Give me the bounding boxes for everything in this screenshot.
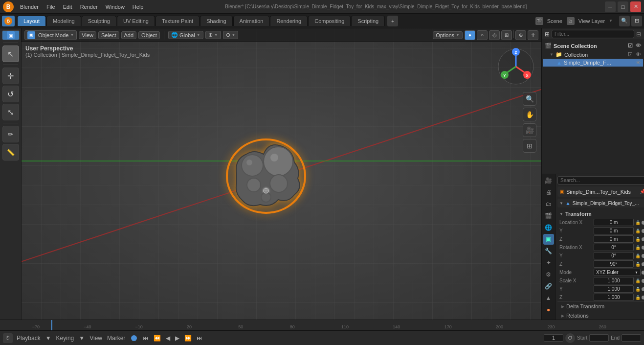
prop-world-icon[interactable]: 🌐	[543, 222, 554, 233]
mesh-name-field[interactable]: ▼ ▲ Simple_Dimple_Fidget_Toy_...	[557, 199, 644, 207]
3d-object-fidget-toy[interactable]	[222, 127, 310, 221]
camera-view-button[interactable]: 🎥	[523, 123, 536, 137]
scale-z-value[interactable]: 1.000	[594, 294, 634, 301]
playback-label[interactable]: Playback	[15, 334, 43, 342]
viewport[interactable]: ▣ Object Mode ▼ View Select Add Object 🌐…	[22, 28, 541, 320]
toolbar-scale-tool[interactable]: ⤡	[2, 104, 19, 120]
minimize-button[interactable]: ─	[605, 1, 616, 12]
scale-z-dot[interactable]	[642, 296, 644, 299]
prop-view-layer-icon[interactable]: 🗂	[543, 199, 554, 209]
tab-modeling[interactable]: Modeling	[46, 16, 81, 26]
maximize-button[interactable]: □	[618, 1, 628, 12]
menu-window[interactable]: Window	[102, 3, 128, 11]
view-dropdown[interactable]: View	[88, 334, 104, 342]
pan-view-button[interactable]: ✋	[523, 108, 536, 121]
overlays-button[interactable]: ⊕	[515, 30, 526, 40]
properties-search-input[interactable]	[557, 176, 644, 184]
tab-uv-editing[interactable]: UV Editing	[117, 16, 155, 26]
add-workspace-button[interactable]: +	[387, 16, 398, 26]
scale-y-value[interactable]: 1.000	[594, 285, 634, 293]
scale-y-lock-icon[interactable]: 🔒	[635, 287, 641, 292]
keying-dropdown[interactable]: Keying	[54, 334, 76, 342]
view-layer-label[interactable]: View Layer	[578, 18, 605, 24]
prop-output-icon[interactable]: 🖨	[543, 187, 554, 198]
object-name-field[interactable]: ▣ Simple_Dim...Toy_for_Kids 📌	[557, 186, 644, 197]
close-button[interactable]: ✕	[630, 1, 641, 12]
rotation-y-lock-icon[interactable]: 🔒	[635, 253, 641, 258]
transform-section-header[interactable]: Transform	[557, 209, 644, 218]
delta-transform-section[interactable]: Delta Transform	[557, 301, 644, 311]
toolbar-annotate-tool[interactable]: ✏	[2, 126, 19, 142]
record-button[interactable]	[131, 335, 137, 341]
menu-edit[interactable]: Edit	[60, 3, 76, 11]
menu-render[interactable]: Render	[77, 3, 101, 11]
scene-eye-icon[interactable]: 👁	[636, 43, 641, 49]
start-frame-input[interactable]: 1	[589, 334, 609, 342]
scale-x-dot[interactable]	[642, 279, 644, 283]
rotation-mode-dropdown[interactable]: XYZ Euler ▼	[594, 269, 641, 276]
add-menu[interactable]: Add	[121, 31, 137, 39]
location-z-dot[interactable]	[642, 237, 644, 241]
jump-to-start-button[interactable]: ⏮	[141, 334, 151, 342]
outliner-filter-icon[interactable]: ⊟	[636, 31, 641, 38]
marker-label[interactable]: Marker	[105, 334, 127, 342]
tab-scripting[interactable]: Scripting	[351, 16, 385, 26]
view-timeline-label[interactable]: ▼	[77, 334, 87, 342]
toolbar-icon-mode[interactable]: ▣	[2, 30, 20, 40]
prop-material-icon[interactable]: ●	[543, 304, 554, 315]
scene-checkbox-icon[interactable]: ☑	[628, 43, 633, 49]
relations-section[interactable]: Relations	[557, 311, 644, 320]
rotation-x-dot[interactable]	[642, 246, 644, 250]
snap-dropdown[interactable]: ⊕ ▼	[205, 31, 221, 39]
outliner-object-item[interactable]: ▲ Simple_Dimple_Fidg 👁	[543, 59, 643, 67]
tab-animation[interactable]: Animation	[233, 16, 270, 26]
tab-shading[interactable]: Shading	[200, 16, 232, 26]
keying-label[interactable]: ▼	[44, 334, 53, 342]
navigation-gizmo[interactable]: Z X Y	[496, 47, 535, 86]
tab-rendering[interactable]: Rendering	[270, 16, 308, 26]
location-y-dot[interactable]	[642, 229, 644, 233]
location-z-value[interactable]: 0 m	[594, 235, 634, 243]
prop-particles-icon[interactable]: ✦	[543, 257, 554, 268]
tab-layout[interactable]: Layout	[17, 16, 46, 26]
menu-help[interactable]: Help	[129, 3, 147, 11]
toolbar-move-tool[interactable]: ✛	[2, 68, 19, 84]
perspective-toggle-button[interactable]: ⊞	[523, 139, 536, 153]
proportional-dropdown[interactable]: ⊙ ▼	[223, 31, 239, 39]
prop-data-icon[interactable]: ▲	[543, 293, 554, 303]
fps-indicator[interactable]: ⏱	[565, 333, 575, 343]
scale-y-dot[interactable]	[642, 287, 644, 291]
rotation-z-lock-icon[interactable]: 🔒	[635, 262, 641, 267]
current-frame-input[interactable]: 1	[544, 334, 563, 342]
scale-x-lock-icon[interactable]: 🔒	[635, 278, 641, 283]
location-x-value[interactable]: 0 m	[594, 219, 634, 226]
zoom-to-fit-button[interactable]: 🔍	[523, 92, 536, 106]
outliner-collection-item[interactable]: ▼ 📁 Collection ☑ 👁	[543, 50, 643, 59]
rotation-mode-dot[interactable]	[642, 271, 644, 275]
prop-scene-icon[interactable]: 🎬	[543, 210, 554, 221]
play-back-button[interactable]: ◀	[164, 334, 172, 342]
step-forward-button[interactable]: ⏩	[182, 334, 194, 342]
select-menu[interactable]: Select	[98, 31, 119, 39]
jump-to-end-button[interactable]: ⏭	[195, 334, 204, 342]
tab-compositing[interactable]: Compositing	[308, 16, 351, 26]
mode-dropdown[interactable]: ▣ Object Mode ▼	[24, 30, 77, 40]
prop-physics-icon[interactable]: ⚙	[543, 269, 554, 280]
options-dropdown[interactable]: Options ▼	[433, 31, 463, 39]
location-x-dot[interactable]	[642, 221, 644, 225]
pin-icon[interactable]: 📌	[640, 189, 644, 194]
viewport-shading-material[interactable]: ○	[477, 30, 488, 40]
rotation-z-dot[interactable]	[642, 262, 644, 266]
tab-sculpting[interactable]: Sculpting	[82, 16, 116, 26]
toolbar-cursor-tool[interactable]: ↖	[2, 46, 19, 62]
location-y-value[interactable]: 0 m	[594, 227, 634, 234]
prop-modifier-icon[interactable]: 🔧	[543, 246, 554, 256]
rotation-z-value[interactable]: 90°	[594, 260, 634, 268]
tab-texture-paint[interactable]: Texture Paint	[155, 16, 200, 26]
toolbar-rotate-tool[interactable]: ↺	[2, 86, 19, 102]
rotation-x-value[interactable]: 0°	[594, 244, 634, 251]
rotation-y-value[interactable]: 0°	[594, 252, 634, 259]
viewport-canvas[interactable]: User Perspective (1) Collection | Simple…	[22, 28, 541, 320]
rotation-x-lock-icon[interactable]: 🔒	[635, 245, 641, 250]
menu-file[interactable]: File	[43, 3, 59, 11]
